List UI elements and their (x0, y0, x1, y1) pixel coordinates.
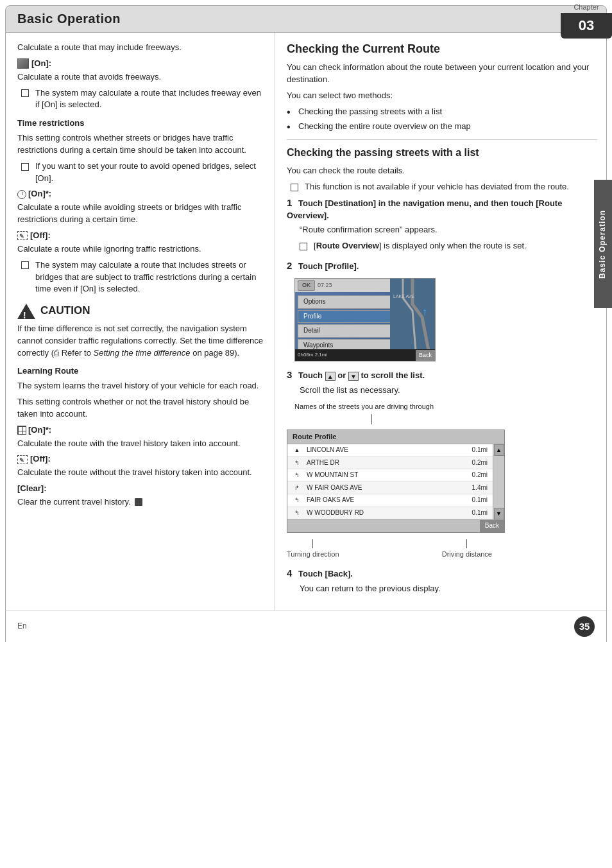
chapter-label: Chapter (561, 0, 612, 13)
step-1-note2: [Route Overview] is displayed only when … (300, 240, 597, 252)
row-icon: ↱ (290, 484, 304, 492)
scroll-bar[interactable]: ▲ ▼ (493, 444, 504, 519)
nav-back-button[interactable]: Back (416, 350, 435, 361)
nav-ok-button[interactable]: OK (298, 280, 315, 291)
row-dist: 0.1mi (461, 446, 490, 455)
time-note: If you want to set your route to avoid o… (21, 161, 264, 185)
scroll-down-icon: ▼ (348, 372, 359, 381)
method-1: Checking the passing streets with a list (298, 106, 442, 118)
row-dist: 1.4mi (461, 483, 490, 493)
clock-icon (17, 190, 26, 199)
table-row: ↰ W MOUNTAIN ST 0.2mi (287, 469, 493, 482)
on-desc: Calculate a route that avoids freeways. (17, 71, 264, 83)
scroll-down-button[interactable]: ▼ (494, 508, 504, 519)
route-back-button[interactable]: Back (480, 520, 504, 532)
main-heading: Checking the Current Route (287, 42, 597, 56)
annot-line-2 (466, 539, 467, 548)
stop-icon (135, 498, 142, 506)
learning-route-desc2: This setting controls whether or not the… (17, 396, 264, 421)
time-restrictions-heading: Time restrictions (17, 117, 264, 130)
row-dist: 0.1mi (461, 508, 490, 518)
route-back-row: Back (287, 519, 504, 532)
off-label: [Off]: (30, 230, 51, 242)
row-street: W WOODBURY RD (304, 508, 461, 518)
on-icon (17, 58, 29, 69)
section-divider (287, 139, 597, 140)
footer-lang: En (17, 621, 27, 632)
step-1: 1 Touch [Destination] in the navigation … (287, 196, 597, 252)
step-1-number: 1 (287, 197, 292, 208)
method-2: Checking the entire route overview on th… (298, 121, 471, 133)
footer-page: 35 (574, 616, 595, 637)
annotation-streets-label: Names of the streets you are driving thr… (294, 403, 434, 410)
step-3-sub: Scroll the list as necessary. (300, 385, 597, 397)
route-profile-content: ▲ LINCOLN AVE 0.1mi ↰ ARTHE DR 0.2mi ↰ W… (287, 444, 504, 519)
row-dist: 0.1mi (461, 496, 490, 505)
off-desc: Calculate a route while ignoring traffic… (17, 243, 264, 256)
intro-line: Calculate a route that may include freew… (17, 42, 264, 54)
row-icon: ▲ (290, 446, 304, 455)
row-icon: ↰ (290, 471, 304, 480)
driving-distance-label: Driving distance (442, 550, 492, 560)
row-street: ARTHE DR (304, 458, 461, 468)
turning-direction-annotation: Turning direction (287, 538, 339, 560)
clear-desc-row: Clear the current travel history. (17, 496, 264, 508)
step-4: 4 Touch [Back]. You can return to the pr… (287, 566, 597, 595)
learning-edit-icon: ✎ (17, 455, 28, 464)
step-1-note2-text: [Route Overview] is displayed only when … (314, 240, 527, 252)
row-dist: 0.2mi (461, 458, 490, 468)
table-row: ↰ ARTHE DR 0.2mi (287, 457, 493, 470)
chapter-tab: Chapter 03 (561, 0, 612, 39)
step-4-header: 4 Touch [Back]. (287, 566, 597, 580)
checkbox-icon-4 (291, 182, 301, 193)
checkbox-icon-2 (21, 161, 31, 172)
nav-bottom-bar: 0h08m 2.1mi Back (295, 349, 435, 361)
step-1-header: 1 Touch [Destination] in the navigation … (287, 196, 597, 222)
step-1-note1: “Route confirmation screen” appears. (300, 224, 597, 236)
step-3: 3 Touch ▲ or ▼ to scroll the list. Scrol… (287, 368, 597, 560)
on-label: [On]: (31, 58, 51, 70)
learning-off-desc: Calculate the route without the travel h… (17, 467, 264, 479)
nav-map-area: LAKE AVE (390, 279, 435, 349)
row-icon: ↰ (290, 509, 304, 517)
nav-screenshot: OK 07:23 Options Profile Detail Waypoint… (294, 278, 436, 361)
off-note: The system may calculate a route that in… (21, 259, 264, 296)
right-column: Checking the Current Route You can check… (275, 33, 606, 611)
learning-off-icon-row: ✎ [Off]: (17, 453, 264, 465)
scroll-up-button[interactable]: ▲ (494, 444, 504, 456)
footer: En 35 (5, 611, 607, 642)
row-street: FAIR OAKS AVE (304, 496, 461, 505)
learning-route-desc1: The system learns the travel history of … (17, 380, 264, 392)
table-row: ↰ FAIR OAKS AVE 0.1mi (287, 494, 493, 507)
side-tab: Basic Operation (594, 180, 612, 308)
map-svg: LAKE AVE (390, 279, 435, 349)
annotation-streets: Names of the streets you are driving thr… (294, 401, 597, 424)
step-4-text: Touch [Back]. (298, 569, 353, 578)
chapter-number: 03 (561, 13, 612, 39)
turning-direction-label: Turning direction (287, 550, 339, 560)
caution-text: If the time difference is not set correc… (17, 323, 264, 360)
annot-line-1 (312, 539, 313, 548)
step-1-text: Touch [Destination] in the navigation me… (287, 198, 562, 220)
subheading-intro: You can check the route details. (287, 165, 597, 177)
step-3-text: Touch ▲ or ▼ to scroll the list. (298, 370, 425, 380)
nav-time: 07:23 (318, 281, 332, 290)
scroll-up-icon: ▲ (325, 372, 336, 381)
time-restrictions-desc: This setting controls whether streets or… (17, 132, 264, 157)
nav-arrow-icon: ↑ (422, 304, 427, 319)
table-row: ↰ W WOODBURY RD 0.1mi (287, 507, 493, 520)
row-icon: ↰ (290, 496, 304, 505)
annotation-line-v (371, 414, 372, 424)
svg-text:LAKE AVE: LAKE AVE (393, 294, 414, 299)
table-row: ↱ W FAIR OAKS AVE 1.4mi (287, 482, 493, 495)
row-street: LINCOLN AVE (304, 446, 461, 455)
clear-label: [Clear]: (17, 483, 47, 495)
route-rows: ▲ LINCOLN AVE 0.1mi ↰ ARTHE DR 0.2mi ↰ W… (287, 444, 493, 519)
checkbox-icon-5 (300, 241, 310, 252)
methods-list: • Checking the passing streets with a li… (287, 106, 597, 133)
checkbox-icon-3 (21, 260, 31, 271)
subheading: Checking the passing streets with a list (287, 146, 597, 160)
step-4-number: 4 (287, 568, 292, 578)
table-row: ▲ LINCOLN AVE 0.1mi (287, 444, 493, 457)
row-street: W MOUNTAIN ST (304, 471, 461, 480)
